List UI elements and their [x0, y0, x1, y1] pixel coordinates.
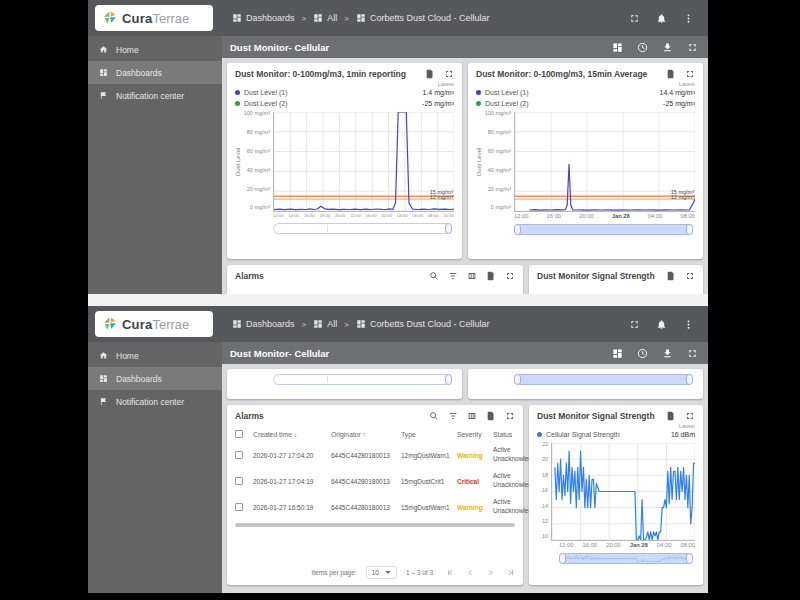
- table-row[interactable]: 2026-01-27 17:04:196445C4428018001315mgD…: [235, 468, 515, 494]
- page-size-select[interactable]: 10: [366, 566, 397, 579]
- expand-icon[interactable]: [444, 69, 454, 79]
- layout-grid-icon[interactable]: [612, 348, 623, 359]
- download-icon[interactable]: [662, 348, 673, 359]
- tick-label: 20:00: [335, 213, 345, 218]
- export-file-icon[interactable]: [486, 411, 496, 421]
- export-file-icon[interactable]: [666, 411, 676, 421]
- horizontal-scrollbar[interactable]: [235, 523, 515, 527]
- export-file-icon[interactable]: [486, 271, 496, 281]
- line-chart-dust-1min[interactable]: 15 mg/m³ 12 mg/m³: [273, 112, 454, 212]
- filter-icon[interactable]: [448, 271, 458, 281]
- breadcrumb-dashboards[interactable]: Dashboards: [232, 319, 295, 329]
- line-chart-dust-15min[interactable]: 15 mg/m³ 12 mg/m³: [514, 112, 695, 212]
- table-row[interactable]: 2026-01-27 17:04:206445C4428018001312mgD…: [235, 442, 515, 468]
- sidebar-item-notification-center[interactable]: Notification center: [88, 390, 222, 413]
- expand-icon[interactable]: [685, 271, 695, 281]
- line-chart-signal-strength[interactable]: [551, 443, 695, 541]
- download-icon[interactable]: [662, 42, 673, 53]
- legend-item[interactable]: Dust Level (1) 14.4 mg/m³: [476, 87, 695, 98]
- breadcrumb-all[interactable]: All: [313, 319, 337, 329]
- slider-handle-right[interactable]: [445, 223, 452, 234]
- time-range-slider[interactable]: [559, 553, 693, 564]
- export-file-icon[interactable]: [666, 271, 676, 281]
- cell-originator: 6445C44280180013: [331, 452, 399, 459]
- next-page-icon[interactable]: [486, 568, 495, 577]
- notifications-bell-icon[interactable]: [656, 13, 667, 24]
- export-file-icon[interactable]: [425, 69, 435, 79]
- search-icon[interactable]: [429, 271, 439, 281]
- row-checkbox[interactable]: [235, 451, 243, 459]
- fullscreen-icon[interactable]: [687, 348, 698, 359]
- sort-desc-icon[interactable]: ↓: [294, 431, 298, 438]
- column-header-originator[interactable]: Originator ↑: [331, 431, 399, 438]
- dashboard-grid-icon: [313, 319, 323, 329]
- fullscreen-icon[interactable]: [687, 42, 698, 53]
- slider-handle-left[interactable]: [559, 553, 566, 564]
- legend-item[interactable]: Dust Level (2) -25 mg/m³: [235, 98, 454, 109]
- time-window-clock-icon[interactable]: [637, 348, 648, 359]
- sidebar-item-home[interactable]: Home: [88, 344, 222, 367]
- time-range-slider[interactable]: [514, 224, 693, 235]
- column-header-created[interactable]: Created time ↓: [253, 431, 329, 438]
- tick-label: 08:00: [680, 542, 695, 548]
- legend-item[interactable]: Dust Level (2) -25 mg/m³: [476, 98, 695, 109]
- expand-icon[interactable]: [685, 69, 695, 79]
- breadcrumb-separator: >: [344, 14, 349, 23]
- column-header-type[interactable]: Type: [401, 431, 455, 438]
- export-file-icon[interactable]: [666, 69, 676, 79]
- time-range-slider[interactable]: [273, 374, 452, 385]
- curaterrae-pinwheel-icon: [102, 316, 118, 332]
- time-range-slider[interactable]: [514, 374, 693, 385]
- column-header-severity[interactable]: Severity: [457, 431, 491, 438]
- slider-handle-right[interactable]: [445, 374, 452, 385]
- fullscreen-icon[interactable]: [629, 319, 640, 330]
- kebab-menu-icon[interactable]: [683, 319, 694, 330]
- sidebar-item-notification-center[interactable]: Notification center: [88, 84, 222, 107]
- fullscreen-icon[interactable]: [629, 13, 640, 24]
- column-header-status[interactable]: Status: [493, 431, 515, 438]
- sidebar-item-dashboards[interactable]: Dashboards: [88, 61, 222, 84]
- legend-item[interactable]: Cellular Signal Strength 16 dBm: [537, 429, 695, 440]
- sort-asc-icon[interactable]: ↑: [363, 431, 367, 438]
- breadcrumb-current[interactable]: Corbetts Dust Cloud - Cellular: [356, 13, 490, 23]
- time-window-clock-icon[interactable]: [637, 42, 648, 53]
- alarms-table-body: 2026-01-27 17:04:206445C4428018001312mgD…: [235, 442, 515, 520]
- table-row[interactable]: 2026-01-27 16:50:196445C4428018001315mgD…: [235, 494, 515, 520]
- select-all-checkbox[interactable]: [235, 430, 243, 438]
- page-range-label: 1 – 3 of 3: [406, 569, 433, 576]
- previous-page-icon[interactable]: [466, 568, 475, 577]
- breadcrumb-all[interactable]: All: [313, 13, 337, 23]
- kebab-menu-icon[interactable]: [683, 13, 694, 24]
- expand-icon[interactable]: [505, 411, 515, 421]
- expand-icon[interactable]: [685, 411, 695, 421]
- sidebar-item-home[interactable]: Home: [88, 38, 222, 61]
- dashboard-toolbar: Dust Monitor- Cellular: [222, 342, 708, 364]
- time-range-slider[interactable]: [273, 223, 452, 234]
- row-checkbox[interactable]: [235, 477, 243, 485]
- slider-handle-left[interactable]: [514, 374, 521, 385]
- breadcrumb-dashboards[interactable]: Dashboards: [232, 13, 295, 23]
- slider-handle-right[interactable]: [686, 374, 693, 385]
- first-page-icon[interactable]: [446, 568, 455, 577]
- dashboard-content: Alarms Created time ↓: [222, 364, 708, 593]
- app-logo[interactable]: CuraTerrae: [95, 311, 213, 337]
- columns-icon[interactable]: [467, 271, 477, 281]
- columns-icon[interactable]: [467, 411, 477, 421]
- legend-item[interactable]: Dust Level (1) 1.4 mg/m³: [235, 87, 454, 98]
- slider-handle-right[interactable]: [686, 224, 693, 235]
- layout-grid-icon[interactable]: [612, 42, 623, 53]
- notifications-bell-icon[interactable]: [656, 319, 667, 330]
- breadcrumb-current[interactable]: Corbetts Dust Cloud - Cellular: [356, 319, 490, 329]
- slider-handle-right[interactable]: [686, 553, 693, 564]
- search-icon[interactable]: [429, 411, 439, 421]
- app-logo[interactable]: CuraTerrae: [95, 5, 213, 31]
- dashboard-grid-icon: [99, 68, 108, 77]
- last-page-icon[interactable]: [506, 568, 515, 577]
- slider-handle-left[interactable]: [514, 224, 521, 235]
- expand-icon[interactable]: [505, 271, 515, 281]
- tick-label: 20:00: [579, 213, 594, 219]
- row-checkbox[interactable]: [235, 503, 243, 511]
- tick-label: 14:00: [289, 213, 299, 218]
- filter-icon[interactable]: [448, 411, 458, 421]
- sidebar-item-dashboards[interactable]: Dashboards: [88, 367, 222, 390]
